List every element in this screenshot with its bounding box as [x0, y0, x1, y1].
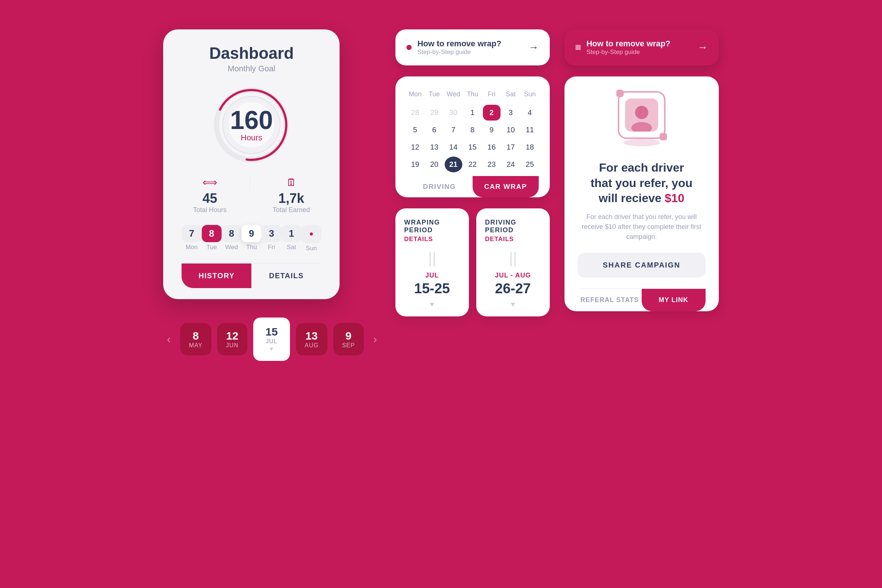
gauge-container: 160 Hours: [182, 84, 321, 165]
day-label-sat: Sat: [282, 244, 302, 251]
cal-day-24[interactable]: 24: [502, 156, 520, 172]
cal-day-22[interactable]: 22: [464, 156, 482, 172]
month-aug-num: 13: [304, 330, 319, 342]
cal-day-10[interactable]: 10: [502, 122, 520, 138]
total-earned-stat: 🗓 1,7k Total Earned: [273, 176, 310, 214]
earned-label: Total Earned: [273, 206, 310, 214]
cal-day-14[interactable]: 14: [445, 139, 462, 155]
gauge-value: 160: [230, 107, 273, 133]
cal-day-16[interactable]: 16: [483, 139, 501, 155]
cal-day-17[interactable]: 17: [502, 139, 520, 155]
day-sun: • Sun: [302, 225, 321, 252]
scroller-right-arrow[interactable]: ›: [370, 329, 381, 349]
cal-day-4[interactable]: 4: [521, 105, 539, 120]
cal-day-23[interactable]: 23: [483, 156, 501, 172]
referral-description: For each driver that you refer, you will…: [578, 212, 706, 242]
day-number-tue: 8: [202, 225, 222, 242]
wrapping-details-link[interactable]: DETAILS: [404, 236, 460, 243]
cal-day-11[interactable]: 11: [521, 122, 539, 138]
cal-day-15[interactable]: 15: [464, 139, 482, 155]
referral-title-line2: that you refer, you: [591, 176, 692, 190]
svg-point-5: [635, 106, 648, 119]
cal-day-5[interactable]: 5: [406, 122, 424, 138]
wrapping-period-card: WRAPINGPERIOD DETAILS JUL 15-25 ▾: [395, 208, 469, 316]
month-may[interactable]: 8 MAY: [180, 323, 211, 356]
scroller-left-arrow[interactable]: ‹: [163, 329, 174, 349]
tab-car-wrap[interactable]: CAR WRAP: [472, 176, 539, 197]
info-dot: [406, 45, 412, 50]
history-button[interactable]: HISTORY: [182, 264, 251, 288]
cal-header-sat: Sat: [502, 87, 520, 103]
month-may-num: 8: [189, 330, 202, 342]
cal-day-21[interactable]: 21: [445, 156, 462, 172]
wrapping-month: JUL: [404, 272, 460, 279]
cal-day-29-prev[interactable]: 29: [426, 105, 443, 120]
day-fri: 3 Fri: [261, 225, 281, 252]
tab-driving[interactable]: DRIVING: [406, 176, 472, 197]
cal-day-1[interactable]: 1: [464, 105, 482, 120]
day-wed: 8 Wed: [222, 225, 242, 252]
period-row: WRAPINGPERIOD DETAILS JUL 15-25 ▾ DRIVIN…: [395, 208, 550, 316]
cal-day-2[interactable]: 2: [483, 105, 501, 120]
img-corner-br: [660, 133, 667, 140]
month-scroller: ‹ 8 MAY 12 JUN 15 JUL ▾ 13 AUG 9 SEP: [163, 318, 380, 361]
tab-referral-stats[interactable]: REFERAL STATS: [578, 289, 642, 311]
stats-row: ⟺ 45 Total Hours 🗓 1,7k Total Earned: [182, 176, 321, 214]
cal-day-12[interactable]: 12: [406, 139, 424, 155]
cal-day-30-prev[interactable]: 30: [445, 105, 462, 120]
cal-day-8[interactable]: 8: [464, 122, 482, 138]
month-may-label: MAY: [189, 342, 202, 349]
middle-column: How to remove wrap? Step-by-Step guide →…: [395, 29, 550, 316]
month-sep-num: 9: [342, 330, 355, 342]
cal-day-18[interactable]: 18: [521, 139, 539, 155]
month-jul-num: 15: [264, 326, 280, 338]
driving-arrow-down: ▾: [485, 300, 541, 309]
right-column: How to remove wrap? Step-by-Step guide →: [564, 29, 719, 311]
referral-img-inner: [625, 99, 658, 132]
cal-header-wed: Wed: [445, 87, 462, 103]
cal-day-25[interactable]: 25: [521, 156, 539, 172]
cal-day-20[interactable]: 20: [426, 156, 443, 172]
timeline-bar-left: [430, 252, 431, 266]
cal-day-6[interactable]: 6: [426, 122, 443, 138]
cal-day-7[interactable]: 7: [445, 122, 462, 138]
cal-day-13[interactable]: 13: [426, 139, 443, 155]
driving-month: JUL - AUG: [485, 272, 541, 279]
info-banner-pink-content: How to remove wrap? Step-by-Step guide: [576, 39, 670, 56]
day-label-sun: Sun: [302, 245, 321, 252]
day-label-fri: Fri: [261, 244, 281, 251]
month-sep-label: SEP: [342, 342, 355, 349]
day-thu: 9 Thu: [242, 225, 261, 252]
earned-icon: 🗓: [273, 176, 310, 189]
earned-value: 1,7k: [273, 191, 310, 206]
timeline-bar-right: [434, 252, 435, 266]
cal-day-3[interactable]: 3: [502, 105, 520, 120]
referral-amount: $10: [665, 192, 684, 205]
days-row: 7 Mon 8 Tue 8 Wed 9 Thu 3 Fri: [182, 225, 321, 252]
cal-day-28-prev[interactable]: 28: [406, 105, 424, 120]
wrapping-title: WRAPINGPERIOD: [404, 219, 460, 234]
timeline-bar-left2: [510, 252, 512, 266]
info-banner-pink[interactable]: How to remove wrap? Step-by-Step guide →: [564, 29, 719, 65]
cal-header-sun: Sun: [521, 87, 539, 103]
referral-title: For each driver that you refer, you will…: [578, 160, 706, 206]
share-campaign-button[interactable]: SHARE CAMPAIGN: [578, 253, 706, 278]
driving-details-link[interactable]: DETAILS: [485, 236, 541, 243]
cal-header-fri: Fri: [483, 87, 501, 103]
month-aug[interactable]: 13 AUG: [296, 323, 327, 356]
tab-my-link[interactable]: MY LINK: [642, 289, 706, 311]
month-sep[interactable]: 9 SEP: [333, 323, 364, 356]
month-jun[interactable]: 12 JUN: [217, 323, 248, 356]
info-banner-white[interactable]: How to remove wrap? Step-by-Step guide →: [395, 29, 550, 65]
wrapping-timeline: [404, 252, 460, 266]
dashboard-subtitle: Monthly Goal: [182, 64, 321, 74]
driving-period-card: DRIVINGPERIOD DETAILS JUL - AUG 26-27 ▾: [476, 208, 550, 316]
cal-day-9[interactable]: 9: [483, 122, 501, 138]
cal-day-19[interactable]: 19: [406, 156, 424, 172]
driving-timeline: [485, 252, 541, 266]
info-title: How to remove wrap?: [417, 39, 502, 48]
info-arrow-pink-icon: →: [698, 42, 708, 53]
wrapping-arrow-down: ▾: [404, 300, 460, 309]
month-jul[interactable]: 15 JUL ▾: [253, 318, 290, 361]
details-button[interactable]: DETAILS: [251, 264, 321, 288]
